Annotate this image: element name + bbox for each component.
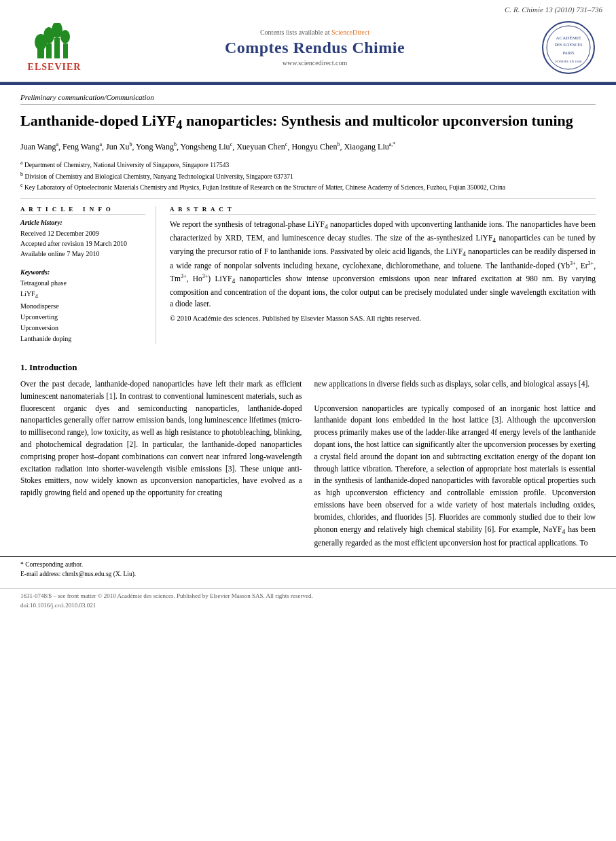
keyword-2: LiYF4: [20, 289, 145, 301]
article-title: Lanthanide-doped LiYF4 nanoparticles: Sy…: [20, 111, 596, 134]
header-center: Contents lists available at ScienceDirec…: [88, 29, 541, 67]
keyword-1: Tetragonal phase: [20, 278, 145, 289]
svg-rect-1: [46, 43, 52, 58]
keywords-subtitle: Keywords:: [20, 268, 145, 276]
copyright-line: © 2010 Académie des sciences. Published …: [170, 315, 596, 322]
keyword-6: Lanthanide doping: [20, 334, 145, 344]
affiliation-c: c Key Laboratory of Optoelectronic Mater…: [20, 181, 596, 192]
journal-circular-logo-icon: ACADÉMIE DES SCIENCES PARIS FONDÉE EN 16…: [541, 20, 596, 75]
accepted-date: Accepted after revision 19 March 2010: [20, 238, 145, 249]
sciencedirect-availability: Contents lists available at ScienceDirec…: [88, 29, 541, 36]
abstract-text: We report the synthesis of tetragonal-ph…: [170, 219, 596, 311]
received-date: Received 12 December 2009: [20, 228, 145, 238]
svg-text:PARIS: PARIS: [563, 51, 574, 55]
elsevier-brand-text: ELSEVIER: [28, 62, 81, 73]
affiliation-a: a Department of Chemistry, National Univ…: [20, 159, 596, 170]
elsevier-logo: ELSEVIER: [20, 23, 88, 73]
journal-url: www.sciencedirect.com: [88, 59, 541, 67]
article-info-label: A R T I C L E I N F O: [20, 206, 145, 215]
left-column: A R T I C L E I N F O Article history: R…: [20, 206, 156, 344]
keyword-3: Monodisperse: [20, 301, 145, 312]
issn-line: 1631-0748/$ – see front matter © 2010 Ac…: [20, 592, 596, 601]
affiliations: a Department of Chemistry, National Univ…: [20, 159, 596, 198]
svg-rect-2: [54, 38, 60, 58]
svg-rect-7: [63, 43, 68, 58]
affiliation-b: b Division of Chemistry and Biological C…: [20, 171, 596, 181]
page-wrapper: C. R. Chimie 13 (2010) 731–736 ELSEVIER: [0, 0, 616, 841]
journal-title: Comptes Rendus Chimie: [88, 39, 541, 57]
article-history-block: Article history: Received 12 December 20…: [20, 219, 145, 259]
svg-text:DES SCIENCES: DES SCIENCES: [554, 43, 582, 47]
intro-section-title: 1. Introduction: [20, 362, 596, 373]
two-col-section: A R T I C L E I N F O Article history: R…: [20, 206, 596, 344]
footnote-section: * Corresponding author. E-mail address: …: [0, 556, 616, 579]
authors: Juan Wanga, Feng Wanga, Jun Xub, Yong Wa…: [20, 141, 596, 154]
intro-left-col: Over the past decade, lanthanide-doped n…: [20, 378, 302, 550]
available-date: Available online 7 May 2010: [20, 249, 145, 259]
svg-rect-0: [37, 49, 44, 58]
intro-right-col: new applications in diverse fields such …: [314, 378, 596, 550]
keywords-block: Keywords: Tetragonal phase LiYF4 Monodis…: [20, 268, 145, 344]
keyword-4: Upconverting: [20, 312, 145, 323]
doi-line: doi:10.1016/j.crci.2010.03.021: [20, 601, 596, 611]
svg-text:FONDÉE EN 1666: FONDÉE EN 1666: [556, 60, 582, 63]
article-section: Preliminary communication/Communication …: [0, 85, 616, 351]
introduction-section: 1. Introduction Over the past decade, la…: [0, 362, 616, 550]
top-citation: C. R. Chimie 13 (2010) 731–736: [14, 5, 602, 14]
abstract-label: A B S T R A C T: [170, 206, 596, 215]
email-note: E-mail address: chmlx@nus.edu.sg (X. Liu…: [20, 569, 596, 579]
svg-text:ACADÉMIE: ACADÉMIE: [556, 35, 581, 41]
header-content: ELSEVIER Contents lists available at Sci…: [14, 16, 602, 79]
sciencedirect-link[interactable]: ScienceDirect: [331, 29, 369, 36]
corresponding-author-note: * Corresponding author.: [20, 560, 596, 569]
intro-right-text: new applications in diverse fields such …: [314, 378, 596, 550]
intro-columns: Over the past decade, lanthanide-doped n…: [20, 378, 596, 550]
journal-header: C. R. Chimie 13 (2010) 731–736 ELSEVIER: [0, 0, 616, 82]
intro-left-text: Over the past decade, lanthanide-doped n…: [20, 378, 302, 499]
svg-point-8: [543, 22, 594, 73]
article-type: Preliminary communication/Communication: [20, 93, 596, 105]
svg-point-6: [60, 30, 70, 43]
keyword-5: Upconversion: [20, 323, 145, 334]
bottom-bar: 1631-0748/$ – see front matter © 2010 Ac…: [0, 588, 616, 613]
elsevier-tree-icon: [34, 23, 75, 60]
right-column: A B S T R A C T We report the synthesis …: [170, 206, 596, 344]
article-history-subtitle: Article history:: [20, 219, 145, 226]
